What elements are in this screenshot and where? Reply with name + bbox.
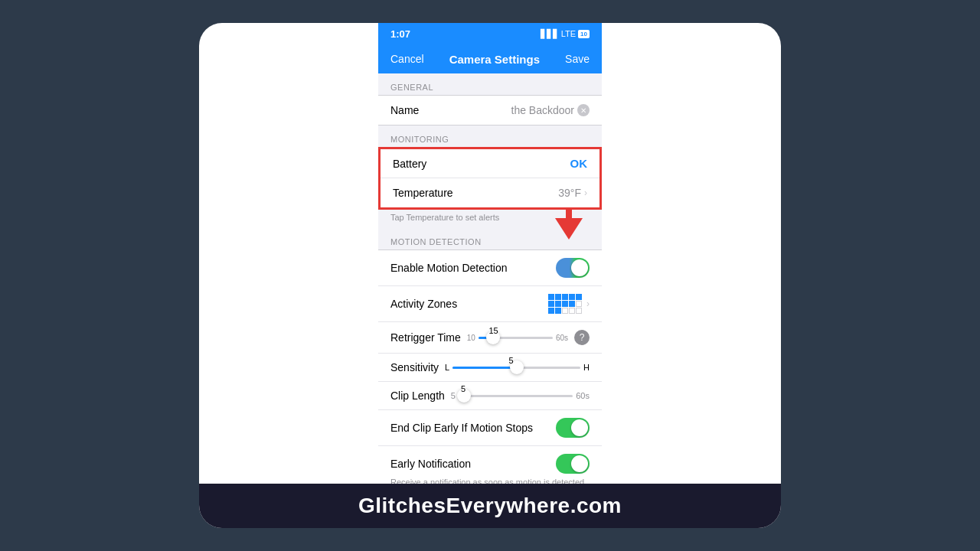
end-clip-toggle-knob (571, 419, 588, 436)
sensitivity-max: H (583, 363, 590, 372)
enable-motion-toggle-knob (571, 259, 588, 276)
clip-length-row: Clip Length 5 5 60s (378, 382, 602, 410)
content-area: GENERAL Name the Backdoor ✕ MONITORING B… (378, 73, 602, 528)
grid-cell (569, 294, 575, 300)
phone-frame: 1:07 ▋▋▋ LTE 10 Cancel Camera Settings S… (378, 23, 602, 528)
battery-value: OK (570, 157, 588, 170)
name-label: Name (390, 104, 419, 116)
sensitivity-slider-container: L 5 H (445, 363, 590, 372)
name-value: the Backdoor (511, 104, 575, 116)
sensitivity-fill (452, 367, 516, 369)
activity-zones-row[interactable]: Activity Zones (378, 286, 602, 322)
enable-motion-row: Enable Motion Detection (378, 250, 602, 286)
grid-cell (548, 301, 554, 307)
activity-zones-value: › (548, 294, 590, 314)
temperature-chevron: › (584, 187, 587, 198)
grid-cell (569, 308, 575, 314)
retrigger-slider-container: 10 15 60s (467, 334, 568, 342)
clip-slider-container: 5 5 60s (451, 391, 590, 400)
nav-title: Camera Settings (449, 53, 540, 66)
early-notif-label: Early Notification (390, 458, 471, 470)
retrigger-min: 10 (467, 334, 475, 342)
status-bar: 1:07 ▋▋▋ LTE 10 (378, 23, 602, 44)
signal-icon: ▋▋▋ (541, 29, 559, 39)
grid-cell (569, 301, 575, 307)
retrigger-max: 60s (556, 334, 568, 342)
save-button[interactable]: Save (565, 53, 590, 65)
motion-group: Enable Motion Detection Activity Zones (378, 249, 602, 519)
retrigger-label: Retrigger Time (390, 331, 461, 344)
temperature-row[interactable]: Temperature 39°F › (381, 178, 599, 207)
monitoring-highlighted-group: Battery OK Temperature 39°F › (378, 147, 602, 210)
temperature-value: 39°F (558, 187, 581, 199)
clip-max: 60s (576, 391, 590, 400)
clip-track[interactable]: 5 (459, 395, 573, 397)
temperature-note: Tap Temperature to set alerts (378, 210, 602, 228)
end-clip-row: End Clip Early If Motion Stops (378, 410, 602, 446)
motion-section-header: MOTION DETECTION (378, 228, 602, 249)
grid-cell (562, 308, 568, 314)
cancel-button[interactable]: Cancel (390, 53, 424, 65)
grid-cell (576, 301, 582, 307)
name-value-container: the Backdoor ✕ (511, 104, 590, 116)
sensitivity-min: L (445, 363, 449, 372)
early-notif-toggle-knob (571, 455, 588, 472)
name-row: Name the Backdoor ✕ (378, 96, 602, 125)
battery-row: Battery OK (381, 149, 599, 178)
end-clip-toggle[interactable] (556, 418, 590, 438)
temperature-value-container: 39°F › (558, 187, 587, 199)
end-clip-label: End Clip Early If Motion Stops (390, 422, 533, 434)
sensitivity-value: 5 (509, 356, 514, 365)
grid-cell (548, 294, 554, 300)
grid-cell (555, 294, 561, 300)
retrigger-track[interactable]: 15 (479, 337, 553, 339)
status-icons: ▋▋▋ LTE 10 (541, 29, 590, 39)
watermark: GlitchesEverywhere.com (199, 484, 781, 528)
outer-container: 1:07 ▋▋▋ LTE 10 Cancel Camera Settings S… (199, 23, 781, 528)
monitoring-section-header: MONITORING (378, 126, 602, 147)
grid-cell (562, 301, 568, 307)
retrigger-help-button[interactable]: ? (574, 330, 590, 345)
clip-min: 5 (451, 391, 456, 400)
retrigger-value: 15 (489, 326, 498, 335)
grid-cell (555, 308, 561, 314)
watermark-text: GlitchesEverywhere.com (358, 494, 622, 518)
grid-cell (562, 294, 568, 300)
grid-cell (576, 308, 582, 314)
clip-value: 5 (461, 384, 466, 393)
early-notif-header: Early Notification (390, 454, 590, 474)
nav-bar: Cancel Camera Settings Save (378, 44, 602, 73)
status-time: 1:07 (390, 28, 410, 40)
activity-zones-chevron: › (586, 298, 590, 309)
activity-zones-label: Activity Zones (390, 298, 457, 310)
sensitivity-track[interactable]: 5 (452, 367, 580, 369)
clear-icon[interactable]: ✕ (577, 104, 590, 116)
sensitivity-row: Sensitivity L 5 H (378, 354, 602, 382)
enable-motion-toggle[interactable] (556, 258, 590, 278)
grid-cell (555, 301, 561, 307)
activity-grid (548, 294, 583, 314)
sensitivity-label: Sensitivity (390, 361, 439, 373)
temperature-label: Temperature (393, 187, 453, 199)
enable-motion-label: Enable Motion Detection (390, 262, 508, 274)
grid-cell (576, 294, 582, 300)
retrigger-row: Retrigger Time 10 15 60s ? (378, 322, 602, 354)
lte-badge: 10 (578, 30, 590, 38)
early-notif-toggle[interactable] (556, 454, 590, 474)
grid-cell (548, 308, 554, 314)
clip-length-label: Clip Length (390, 390, 445, 402)
lte-text: LTE (561, 29, 576, 38)
battery-label: Battery (393, 158, 426, 170)
general-group: Name the Backdoor ✕ (378, 95, 602, 126)
general-section-header: GENERAL (378, 73, 602, 95)
